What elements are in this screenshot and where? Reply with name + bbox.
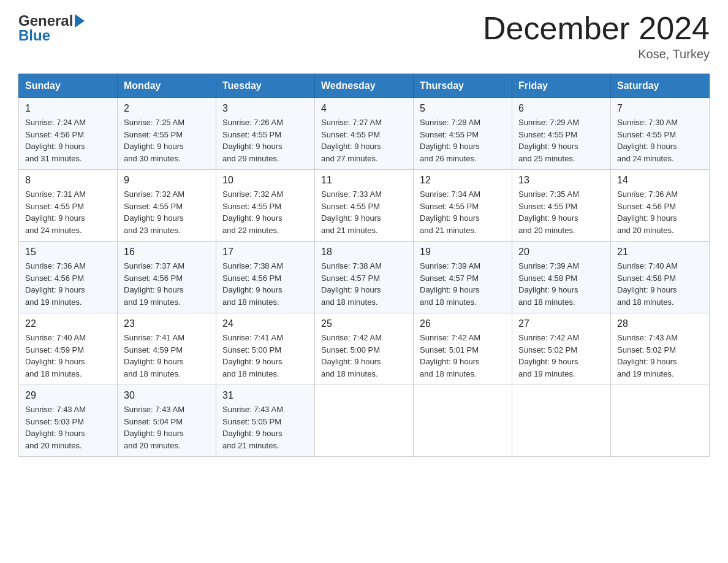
- day-number: 7: [617, 103, 703, 114]
- day-number: 25: [321, 318, 407, 329]
- week-row-2: 8 Sunrise: 7:31 AM Sunset: 4:55 PM Dayli…: [19, 170, 710, 242]
- day-info: Sunrise: 7:30 AM Sunset: 4:55 PM Dayligh…: [617, 117, 703, 164]
- calendar-cell: [414, 385, 512, 457]
- day-info: Sunrise: 7:28 AM Sunset: 4:55 PM Dayligh…: [420, 117, 506, 164]
- calendar-cell: 27 Sunrise: 7:42 AM Sunset: 5:02 PM Dayl…: [512, 313, 611, 385]
- day-number: 22: [25, 318, 111, 329]
- day-info: Sunrise: 7:41 AM Sunset: 4:59 PM Dayligh…: [124, 332, 210, 380]
- header-friday: Friday: [512, 74, 611, 98]
- day-info: Sunrise: 7:38 AM Sunset: 4:57 PM Dayligh…: [321, 260, 407, 308]
- day-number: 28: [617, 318, 703, 329]
- logo: General Blue: [18, 12, 85, 44]
- day-info: Sunrise: 7:43 AM Sunset: 5:05 PM Dayligh…: [222, 404, 308, 451]
- day-info: Sunrise: 7:25 AM Sunset: 4:55 PM Dayligh…: [124, 117, 210, 164]
- page-header: General Blue December 2024 Kose, Turkey: [18, 12, 710, 61]
- header-sunday: Sunday: [19, 74, 118, 98]
- day-info: Sunrise: 7:36 AM Sunset: 4:56 PM Dayligh…: [617, 188, 703, 236]
- day-number: 8: [25, 175, 111, 186]
- day-number: 2: [124, 103, 210, 114]
- calendar-cell: 14 Sunrise: 7:36 AM Sunset: 4:56 PM Dayl…: [611, 170, 710, 242]
- day-info: Sunrise: 7:42 AM Sunset: 5:00 PM Dayligh…: [321, 332, 407, 380]
- title-area: December 2024 Kose, Turkey: [483, 12, 710, 61]
- week-row-4: 22 Sunrise: 7:40 AM Sunset: 4:59 PM Dayl…: [19, 313, 710, 385]
- day-info: Sunrise: 7:37 AM Sunset: 4:56 PM Dayligh…: [124, 260, 210, 308]
- calendar-cell: 22 Sunrise: 7:40 AM Sunset: 4:59 PM Dayl…: [19, 313, 118, 385]
- header-monday: Monday: [118, 74, 216, 98]
- day-info: Sunrise: 7:32 AM Sunset: 4:55 PM Dayligh…: [124, 188, 210, 236]
- day-number: 19: [420, 247, 506, 258]
- calendar-cell: 21 Sunrise: 7:40 AM Sunset: 4:58 PM Dayl…: [611, 242, 710, 313]
- calendar-cell: 11 Sunrise: 7:33 AM Sunset: 4:55 PM Dayl…: [315, 170, 414, 242]
- calendar-cell: [315, 385, 414, 457]
- day-number: 14: [617, 175, 703, 186]
- day-number: 30: [124, 390, 210, 401]
- calendar-cell: 19 Sunrise: 7:39 AM Sunset: 4:57 PM Dayl…: [414, 242, 512, 313]
- day-number: 21: [617, 247, 703, 258]
- calendar-cell: 1 Sunrise: 7:24 AM Sunset: 4:56 PM Dayli…: [19, 98, 118, 170]
- day-number: 11: [321, 175, 407, 186]
- day-number: 23: [124, 318, 210, 329]
- day-number: 17: [222, 247, 308, 258]
- header-tuesday: Tuesday: [216, 74, 315, 98]
- calendar-cell: 23 Sunrise: 7:41 AM Sunset: 4:59 PM Dayl…: [118, 313, 216, 385]
- day-info: Sunrise: 7:42 AM Sunset: 5:01 PM Dayligh…: [420, 332, 506, 380]
- logo-blue-text: Blue: [18, 27, 50, 44]
- day-number: 27: [518, 318, 604, 329]
- day-number: 6: [518, 103, 604, 114]
- calendar-cell: 26 Sunrise: 7:42 AM Sunset: 5:01 PM Dayl…: [414, 313, 512, 385]
- day-number: 29: [25, 390, 111, 401]
- month-title: December 2024: [483, 12, 710, 44]
- day-number: 20: [518, 247, 604, 258]
- calendar-cell: 4 Sunrise: 7:27 AM Sunset: 4:55 PM Dayli…: [315, 98, 414, 170]
- header-saturday: Saturday: [611, 74, 710, 98]
- calendar-cell: 3 Sunrise: 7:26 AM Sunset: 4:55 PM Dayli…: [216, 98, 315, 170]
- calendar-cell: 10 Sunrise: 7:32 AM Sunset: 4:55 PM Dayl…: [216, 170, 315, 242]
- day-info: Sunrise: 7:36 AM Sunset: 4:56 PM Dayligh…: [25, 260, 111, 308]
- day-info: Sunrise: 7:40 AM Sunset: 4:58 PM Dayligh…: [617, 260, 703, 308]
- calendar-cell: 20 Sunrise: 7:39 AM Sunset: 4:58 PM Dayl…: [512, 242, 611, 313]
- calendar-cell: 30 Sunrise: 7:43 AM Sunset: 5:04 PM Dayl…: [118, 385, 216, 457]
- calendar-cell: 9 Sunrise: 7:32 AM Sunset: 4:55 PM Dayli…: [118, 170, 216, 242]
- day-number: 9: [124, 175, 210, 186]
- day-info: Sunrise: 7:43 AM Sunset: 5:03 PM Dayligh…: [25, 404, 111, 451]
- day-info: Sunrise: 7:43 AM Sunset: 5:02 PM Dayligh…: [617, 332, 703, 380]
- day-number: 12: [420, 175, 506, 186]
- calendar-cell: 5 Sunrise: 7:28 AM Sunset: 4:55 PM Dayli…: [414, 98, 512, 170]
- calendar-cell: 7 Sunrise: 7:30 AM Sunset: 4:55 PM Dayli…: [611, 98, 710, 170]
- calendar-cell: 31 Sunrise: 7:43 AM Sunset: 5:05 PM Dayl…: [216, 385, 315, 457]
- day-number: 3: [222, 103, 308, 114]
- day-number: 13: [518, 175, 604, 186]
- day-info: Sunrise: 7:43 AM Sunset: 5:04 PM Dayligh…: [124, 404, 210, 451]
- calendar-cell: [611, 385, 710, 457]
- header-wednesday: Wednesday: [315, 74, 414, 98]
- day-info: Sunrise: 7:24 AM Sunset: 4:56 PM Dayligh…: [25, 117, 111, 164]
- calendar-cell: 6 Sunrise: 7:29 AM Sunset: 4:55 PM Dayli…: [512, 98, 611, 170]
- day-info: Sunrise: 7:29 AM Sunset: 4:55 PM Dayligh…: [518, 117, 604, 164]
- day-number: 1: [25, 103, 111, 114]
- day-info: Sunrise: 7:32 AM Sunset: 4:55 PM Dayligh…: [222, 188, 308, 236]
- day-number: 4: [321, 103, 407, 114]
- week-row-1: 1 Sunrise: 7:24 AM Sunset: 4:56 PM Dayli…: [19, 98, 710, 170]
- day-number: 15: [25, 247, 111, 258]
- week-row-3: 15 Sunrise: 7:36 AM Sunset: 4:56 PM Dayl…: [19, 242, 710, 313]
- day-number: 16: [124, 247, 210, 258]
- day-info: Sunrise: 7:35 AM Sunset: 4:55 PM Dayligh…: [518, 188, 604, 236]
- calendar-cell: 16 Sunrise: 7:37 AM Sunset: 4:56 PM Dayl…: [118, 242, 216, 313]
- calendar-cell: [512, 385, 611, 457]
- day-info: Sunrise: 7:39 AM Sunset: 4:57 PM Dayligh…: [420, 260, 506, 308]
- calendar-cell: 15 Sunrise: 7:36 AM Sunset: 4:56 PM Dayl…: [19, 242, 118, 313]
- calendar-cell: 24 Sunrise: 7:41 AM Sunset: 5:00 PM Dayl…: [216, 313, 315, 385]
- calendar-cell: 2 Sunrise: 7:25 AM Sunset: 4:55 PM Dayli…: [118, 98, 216, 170]
- logo-triangle-icon: [75, 14, 85, 28]
- day-info: Sunrise: 7:33 AM Sunset: 4:55 PM Dayligh…: [321, 188, 407, 236]
- calendar-cell: 18 Sunrise: 7:38 AM Sunset: 4:57 PM Dayl…: [315, 242, 414, 313]
- day-info: Sunrise: 7:41 AM Sunset: 5:00 PM Dayligh…: [222, 332, 308, 380]
- day-info: Sunrise: 7:38 AM Sunset: 4:56 PM Dayligh…: [222, 260, 308, 308]
- calendar-cell: 25 Sunrise: 7:42 AM Sunset: 5:00 PM Dayl…: [315, 313, 414, 385]
- day-number: 5: [420, 103, 506, 114]
- calendar-cell: 8 Sunrise: 7:31 AM Sunset: 4:55 PM Dayli…: [19, 170, 118, 242]
- location-label: Kose, Turkey: [483, 47, 710, 61]
- weekday-header-row: SundayMondayTuesdayWednesdayThursdayFrid…: [19, 74, 710, 98]
- calendar-cell: 12 Sunrise: 7:34 AM Sunset: 4:55 PM Dayl…: [414, 170, 512, 242]
- day-number: 31: [222, 390, 308, 401]
